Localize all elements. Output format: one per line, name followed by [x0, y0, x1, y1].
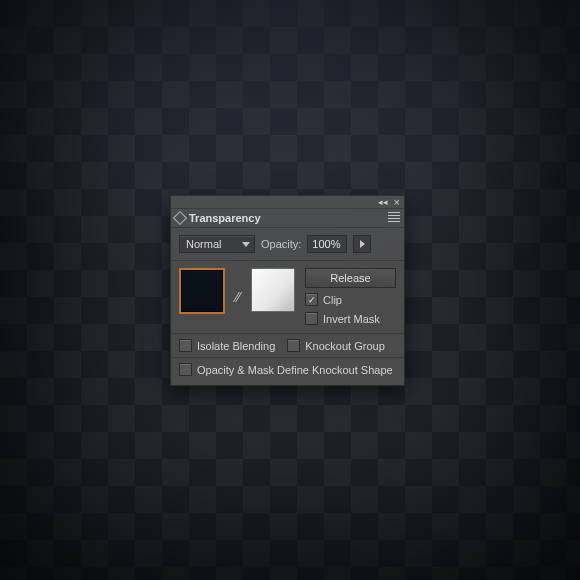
blend-mode-value: Normal: [186, 238, 221, 250]
artwork-thumbnail[interactable]: [179, 268, 225, 314]
toggle-collapse-icon[interactable]: [173, 211, 187, 225]
checkbox-icon: [179, 363, 192, 376]
release-button[interactable]: Release: [305, 268, 396, 288]
dropdown-icon: [242, 242, 250, 247]
knockout-group-checkbox[interactable]: Knockout Group: [287, 338, 385, 353]
mask-thumbnail[interactable]: [251, 268, 295, 312]
blend-mode-select[interactable]: Normal: [179, 235, 255, 253]
panel-title: Transparency: [189, 212, 261, 224]
knockout-row: Isolate Blending Knockout Group: [171, 334, 404, 358]
invert-mask-label: Invert Mask: [323, 313, 380, 325]
invert-mask-checkbox[interactable]: Invert Mask: [305, 311, 396, 326]
thumbnail-row: ∕∕ Release ✓ Clip Invert Mask: [171, 261, 404, 334]
checkbox-icon: [179, 339, 192, 352]
opacity-flyout-button[interactable]: [353, 235, 371, 253]
define-knockout-checkbox[interactable]: Opacity & Mask Define Knockout Shape: [179, 362, 393, 377]
opacity-input[interactable]: 100%: [307, 235, 347, 253]
checkbox-icon: [287, 339, 300, 352]
workspace-canvas: ◂◂ × Transparency Normal Opacity: 100% ∕…: [0, 0, 580, 580]
panel-menu-icon[interactable]: [388, 212, 400, 222]
define-label: Opacity & Mask Define Knockout Shape: [197, 364, 393, 376]
checkbox-checked-icon: ✓: [305, 293, 318, 306]
clip-label: Clip: [323, 294, 342, 306]
close-icon[interactable]: ×: [394, 198, 400, 207]
collapse-icon[interactable]: ◂◂: [378, 198, 388, 207]
checkbox-icon: [305, 312, 318, 325]
panel-window-controls: ◂◂ ×: [171, 196, 404, 209]
knockout-label: Knockout Group: [305, 340, 385, 352]
transparency-panel: ◂◂ × Transparency Normal Opacity: 100% ∕…: [170, 195, 405, 386]
define-shape-row: Opacity & Mask Define Knockout Shape: [171, 358, 404, 385]
mask-options: Release ✓ Clip Invert Mask: [301, 268, 396, 326]
clip-checkbox[interactable]: ✓ Clip: [305, 292, 396, 307]
link-mask-icon[interactable]: ∕∕: [231, 268, 245, 326]
isolate-blending-checkbox[interactable]: Isolate Blending: [179, 338, 275, 353]
panel-title-bar: Transparency: [171, 209, 404, 228]
opacity-label: Opacity:: [261, 238, 301, 250]
chevron-right-icon: [360, 240, 365, 248]
blend-opacity-row: Normal Opacity: 100%: [171, 228, 404, 261]
isolate-label: Isolate Blending: [197, 340, 275, 352]
opacity-value: 100%: [312, 238, 340, 250]
